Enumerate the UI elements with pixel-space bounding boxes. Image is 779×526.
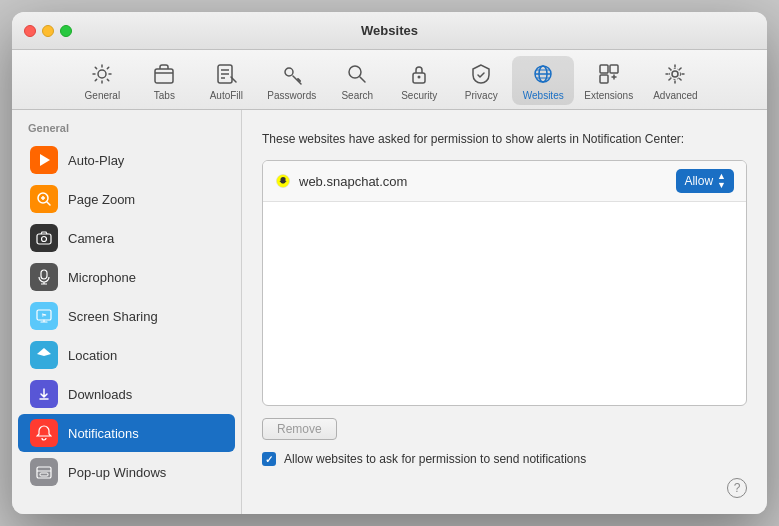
sidebar-item-camera[interactable]: Camera	[18, 219, 235, 257]
sidebar-item-pagezoom[interactable]: Page Zoom	[18, 180, 235, 218]
sidebar-item-downloads[interactable]: Downloads	[18, 375, 235, 413]
popup-icon	[30, 458, 58, 486]
microphone-icon	[30, 263, 58, 291]
sidebar-item-label-microphone: Microphone	[68, 270, 136, 285]
toolbar-label-search: Search	[341, 90, 373, 101]
screensharing-icon	[30, 302, 58, 330]
autoplay-icon	[30, 146, 58, 174]
search-icon	[343, 60, 371, 88]
toolbar-label-security: Security	[401, 90, 437, 101]
sidebar-item-screensharing[interactable]: Screen Sharing	[18, 297, 235, 335]
toolbar-item-general[interactable]: General	[71, 56, 133, 105]
window-title: Websites	[361, 23, 418, 38]
toolbar-label-advanced: Advanced	[653, 90, 697, 101]
traffic-lights	[24, 25, 72, 37]
svg-point-19	[672, 71, 678, 77]
privacy-icon	[467, 60, 495, 88]
toolbar-label-extensions: Extensions	[584, 90, 633, 101]
notifications-icon	[30, 419, 58, 447]
toolbar: General Tabs Aut	[12, 50, 767, 110]
minimize-button[interactable]	[42, 25, 54, 37]
toolbar-item-security[interactable]: Security	[388, 56, 450, 105]
svg-rect-18	[600, 75, 608, 83]
remove-button[interactable]: Remove	[262, 418, 337, 440]
downloads-icon	[30, 380, 58, 408]
websites-icon	[529, 60, 557, 88]
toolbar-item-privacy[interactable]: Privacy	[450, 56, 512, 105]
maximize-button[interactable]	[60, 25, 72, 37]
sidebar-item-label-popup: Pop-up Windows	[68, 465, 166, 480]
pagezoom-icon	[30, 185, 58, 213]
autofill-icon	[212, 60, 240, 88]
sidebar-item-label-screensharing: Screen Sharing	[68, 309, 158, 324]
extensions-icon	[595, 60, 623, 88]
svg-rect-16	[600, 65, 608, 73]
content-area: General Auto-Play	[12, 110, 767, 514]
svg-point-0	[98, 70, 106, 78]
camera-icon	[30, 224, 58, 252]
website-name: web.snapchat.com	[299, 174, 668, 189]
sidebar-item-label-autoplay: Auto-Play	[68, 153, 124, 168]
toolbar-label-privacy: Privacy	[465, 90, 498, 101]
sidebar-item-notifications[interactable]: Notifications	[18, 414, 235, 452]
svg-rect-1	[155, 69, 173, 83]
sidebar-item-label-downloads: Downloads	[68, 387, 132, 402]
sidebar-item-label-location: Location	[68, 348, 117, 363]
toolbar-item-search[interactable]: Search	[326, 56, 388, 105]
toolbar-item-extensions[interactable]: Extensions	[574, 56, 643, 105]
help-button[interactable]: ?	[727, 478, 747, 498]
allow-notifications-checkbox[interactable]: ✓	[262, 452, 276, 466]
svg-rect-35	[40, 473, 48, 476]
svg-point-6	[285, 68, 293, 76]
general-icon	[88, 60, 116, 88]
website-list: web.snapchat.com Allow ▲▼	[262, 160, 747, 406]
main-window: Websites General Tabs	[12, 12, 767, 514]
sidebar-item-popup[interactable]: Pop-up Windows	[18, 453, 235, 491]
titlebar: Websites	[12, 12, 767, 50]
svg-rect-25	[37, 234, 51, 244]
checkmark-icon: ✓	[265, 454, 273, 465]
main-panel: These websites have asked for permission…	[242, 110, 767, 514]
toolbar-item-websites[interactable]: Websites	[512, 56, 574, 105]
toolbar-label-passwords: Passwords	[267, 90, 316, 101]
advanced-icon	[661, 60, 689, 88]
toolbar-label-tabs: Tabs	[154, 90, 175, 101]
toolbar-label-autofill: AutoFill	[210, 90, 243, 101]
svg-marker-21	[40, 154, 50, 166]
permission-select[interactable]: Allow ▲▼	[676, 169, 734, 193]
svg-line-7	[298, 79, 300, 81]
sidebar-item-label-camera: Camera	[68, 231, 114, 246]
toolbar-item-passwords[interactable]: Passwords	[257, 56, 326, 105]
svg-point-10	[418, 76, 421, 79]
sidebar-item-autoplay[interactable]: Auto-Play	[18, 141, 235, 179]
svg-point-8	[349, 66, 361, 78]
sidebar-item-label-notifications: Notifications	[68, 426, 139, 441]
toolbar-item-advanced[interactable]: Advanced	[643, 56, 707, 105]
website-row: web.snapchat.com Allow ▲▼	[263, 161, 746, 202]
sidebar-item-location[interactable]: Location	[18, 336, 235, 374]
sidebar-item-label-pagezoom: Page Zoom	[68, 192, 135, 207]
tabs-icon	[150, 60, 178, 88]
select-arrows-icon: ▲▼	[717, 172, 726, 190]
remove-button-row: Remove	[262, 418, 747, 440]
checkbox-row: ✓ Allow websites to ask for permission t…	[262, 452, 747, 466]
security-icon	[405, 60, 433, 88]
toolbar-label-general: General	[85, 90, 121, 101]
sidebar-section-label: General	[12, 118, 241, 140]
close-button[interactable]	[24, 25, 36, 37]
toolbar-item-tabs[interactable]: Tabs	[133, 56, 195, 105]
svg-rect-17	[610, 65, 618, 73]
sidebar-item-microphone[interactable]: Microphone	[18, 258, 235, 296]
svg-point-20	[670, 69, 681, 80]
snapchat-icon	[275, 173, 291, 189]
svg-point-26	[42, 237, 47, 242]
svg-rect-27	[41, 270, 47, 279]
description-text: These websites have asked for permission…	[262, 130, 747, 148]
toolbar-item-autofill[interactable]: AutoFill	[195, 56, 257, 105]
location-icon	[30, 341, 58, 369]
bottom-row: ?	[262, 478, 747, 498]
permission-label: Allow	[684, 174, 713, 188]
passwords-icon	[278, 60, 306, 88]
sidebar: General Auto-Play	[12, 110, 242, 514]
toolbar-label-websites: Websites	[523, 90, 564, 101]
